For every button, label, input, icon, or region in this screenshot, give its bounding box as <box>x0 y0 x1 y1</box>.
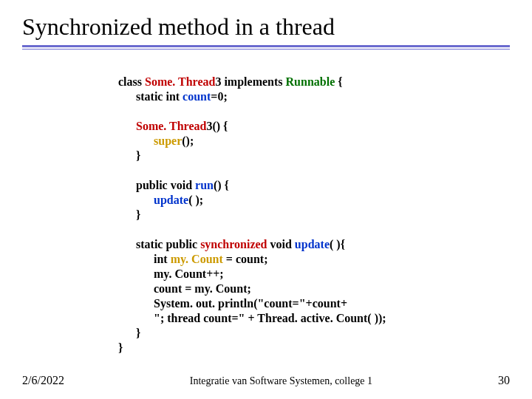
code-text: "; thread count=" + Thread. active. Coun… <box>154 312 386 324</box>
title-rule-thick <box>22 45 510 47</box>
code-text: static int <box>136 90 183 103</box>
code-text: } <box>136 149 140 162</box>
slide: Synchronized method in a thread class So… <box>0 0 532 399</box>
code-text: System. out. println("count="+count+ <box>154 297 347 310</box>
code-text: } <box>118 341 123 354</box>
footer-page-number: 30 <box>498 374 510 387</box>
code-text: =0; <box>211 90 227 103</box>
code-text: Runnable <box>286 75 335 88</box>
code-text: () { <box>214 179 229 191</box>
code-text: 3() { <box>206 120 228 132</box>
code-text: int <box>154 253 171 265</box>
code-text: run <box>195 179 214 191</box>
code-text: ( ); <box>188 194 203 206</box>
code-text: synchronized <box>200 238 270 250</box>
code-text: Some. Thread <box>136 120 206 132</box>
code-text: public void <box>136 179 195 191</box>
slide-title: Synchronized method in a thread <box>22 13 510 41</box>
code-text: count = my. Count; <box>154 282 251 295</box>
code-text: void <box>270 238 295 250</box>
code-text: super <box>154 134 182 147</box>
code-text: = count; <box>223 253 268 265</box>
code-text: my. Count++; <box>154 267 224 280</box>
code-text: (); <box>182 134 194 147</box>
code-text: Some. Thread <box>145 75 215 88</box>
code-text: { <box>335 75 342 88</box>
code-text: update <box>154 194 188 206</box>
code-text: } <box>136 327 140 339</box>
code-text: static public <box>136 238 200 250</box>
code-text: } <box>136 208 140 221</box>
code-text: implements <box>221 75 285 88</box>
code-text: class <box>118 75 145 88</box>
code-text: my. Count <box>171 253 223 265</box>
code-content: class Some. Thread3 implements Runnable … <box>118 60 510 370</box>
footer-course: Integratie van Software Systemen, colleg… <box>64 375 498 387</box>
code-text: ( ){ <box>330 238 345 250</box>
footer: 2/6/2022 Integratie van Software Systeme… <box>22 374 510 387</box>
title-rule-thin <box>22 49 510 50</box>
code-text: update <box>295 238 330 250</box>
code-text: count <box>183 90 211 103</box>
code-block: class Some. Thread3 implements Runnable … <box>22 60 510 370</box>
footer-date: 2/6/2022 <box>22 374 64 387</box>
